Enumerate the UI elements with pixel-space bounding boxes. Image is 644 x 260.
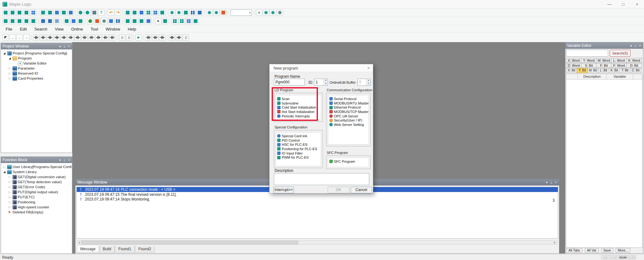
menu-search[interactable]: Search	[31, 26, 51, 32]
var-type-button[interactable]: M: Word	[596, 58, 612, 63]
toolbar-icon[interactable]	[220, 9, 226, 16]
more--button[interactable]: More...	[616, 248, 630, 253]
close-icon[interactable]: ×	[555, 181, 557, 184]
column-header-variable[interactable]: Variable	[607, 74, 633, 79]
toolbar-icon[interactable]: ?	[98, 9, 104, 16]
toolbar-icon[interactable]	[183, 9, 189, 16]
ld-program-item[interactable]: Periodic Interrupts	[277, 114, 320, 118]
chevron-down-icon[interactable]: ▾	[59, 45, 61, 48]
toolbar-icon[interactable]	[101, 18, 107, 24]
menu-online[interactable]: Online	[68, 26, 87, 32]
project-tree-item[interactable]: ×Variable Editor	[1, 61, 72, 66]
special-config-item[interactable]: Positioning for PLC-ES	[277, 147, 320, 151]
spin-up-icon[interactable]: ▲	[324, 79, 328, 82]
var-type-button[interactable]: D: Bit	[626, 63, 642, 68]
tree-expander-icon[interactable]: ▷	[8, 180, 12, 184]
toolbar-icon[interactable]: ▶	[136, 34, 142, 41]
tree-expander-icon[interactable]: ◢	[8, 57, 12, 60]
chevron-down-icon[interactable]: ▾	[630, 44, 632, 48]
all-var-button[interactable]: All Var	[585, 248, 599, 253]
function-block-tree-item[interactable]: ◢System Library	[1, 169, 72, 174]
toolbar-icon[interactable]	[16, 9, 23, 16]
tree-expander-icon[interactable]: ▷	[8, 67, 12, 70]
var-type-button[interactable]: L: Bit	[598, 68, 609, 73]
toolbar-icon[interactable]	[138, 18, 145, 24]
toolbar-icon[interactable]: ◤	[3, 34, 9, 41]
search-input[interactable]	[567, 51, 614, 55]
function-block-tree-item[interactable]: ▷GET(Error Code)	[1, 184, 72, 189]
toolbar-icon[interactable]	[54, 18, 60, 24]
ld-program-item[interactable]: Hot Start Initialization	[277, 110, 320, 114]
toolbar-icon[interactable]	[131, 9, 138, 16]
toolbar-combobox[interactable]: ▾	[230, 9, 252, 16]
tree-expander-icon[interactable]: ▷	[8, 195, 12, 199]
menu-tool[interactable]: Tool	[87, 26, 102, 32]
comm-config-item[interactable]: Security(User / IP)	[329, 118, 368, 122]
comm-config-item[interactable]: Ethernet Protocol	[329, 105, 368, 110]
toolbar-icon[interactable]	[40, 18, 46, 24]
function-block-tree-item[interactable]: ▷Positioning	[1, 200, 72, 205]
pin-icon[interactable]: ⊥	[63, 45, 66, 48]
toolbar-icon[interactable]	[213, 9, 219, 16]
toolbar-icon[interactable]	[176, 34, 182, 41]
toolbar-icon[interactable]	[162, 18, 168, 24]
function-block-tree-item[interactable]: ▷GET(Temp detection value)	[1, 179, 72, 184]
var-type-button[interactable]: Y: Word	[581, 58, 597, 63]
toolbar-icon[interactable]	[109, 34, 115, 41]
toolbar-icon[interactable]	[77, 18, 84, 24]
toolbar-icon[interactable]	[190, 9, 196, 16]
special-config-item[interactable]: PID Control	[277, 138, 320, 143]
var-type-button[interactable]: C: Bit	[630, 68, 641, 73]
tree-expander-icon[interactable]: ◢	[3, 170, 6, 173]
toolbar-icon[interactable]: →	[9, 34, 16, 41]
tree-expander-icon[interactable]: ▷	[8, 77, 12, 80]
comm-config-item[interactable]: Web Server Setting	[329, 122, 368, 127]
interrupt-button[interactable]: Interrupt>>	[273, 187, 294, 193]
pin-icon[interactable]: ⊥	[550, 181, 552, 184]
toolbar-icon[interactable]	[169, 34, 175, 41]
toolbar-icon[interactable]	[206, 9, 213, 16]
tab-found2[interactable]: Found2	[135, 246, 155, 252]
toolbar-icon[interactable]	[40, 9, 46, 16]
toolbar-icon[interactable]: ( )	[183, 34, 189, 41]
cancel-button[interactable]: Cancel	[351, 187, 372, 193]
toolbar-icon[interactable]	[145, 34, 152, 41]
toolbar-icon[interactable]	[84, 9, 91, 16]
horizontal-scrollbar[interactable]: ◄ ►	[77, 240, 557, 245]
toolbar-icon[interactable]	[108, 18, 114, 24]
toolbar-icon[interactable]: →	[23, 34, 30, 41]
spin-down-icon[interactable]: ▼	[324, 82, 328, 85]
var-type-button[interactable]: T: Bit	[619, 68, 630, 73]
special-config-item[interactable]: PWM for PLC-ES	[277, 155, 320, 160]
toolbar-icon[interactable]: ( )	[119, 34, 125, 41]
tree-expander-icon[interactable]: ▷	[8, 190, 12, 194]
comm-config-item[interactable]: Serial Protocol	[329, 97, 368, 101]
toolbar-icon[interactable]	[16, 18, 23, 24]
tree-expander-icon[interactable]: ▷	[8, 72, 12, 75]
function-block-tree-item[interactable]: ▷PUT(Digital output value)	[1, 189, 72, 195]
tab-build[interactable]: Build	[99, 246, 115, 252]
toolbar-icon[interactable]	[61, 34, 67, 41]
toolbar-icon[interactable]	[102, 34, 108, 41]
menu-file[interactable]: File	[2, 26, 16, 32]
tree-expander-icon[interactable]: ◢	[3, 52, 6, 55]
function-block-tree-item[interactable]: ▷User Library[Programs-Special Config]	[1, 164, 72, 169]
tree-expander-icon[interactable]: ▷	[8, 185, 12, 189]
var-type-button[interactable]: M: Bit	[587, 68, 598, 73]
var-type-button[interactable]: K: Word	[626, 58, 642, 63]
function-block-tree-item[interactable]: ▷High-speed counter	[1, 205, 72, 210]
menu-window[interactable]: Window	[102, 26, 124, 32]
close-icon[interactable]: ×	[639, 44, 641, 48]
tree-expander-icon[interactable]: ▷	[8, 175, 12, 178]
comm-config-item[interactable]: OPC UA Server	[329, 114, 368, 118]
pin-icon[interactable]: ⊥	[63, 158, 66, 162]
toolbar-icon[interactable]	[23, 9, 30, 16]
search-button[interactable]: Search(S)	[610, 50, 630, 57]
toolbar-icon[interactable]	[47, 34, 53, 41]
toolbar-icon[interactable]	[152, 9, 158, 16]
chevron-down-icon[interactable]: ▾	[546, 181, 547, 184]
toolbar-icon[interactable]	[179, 18, 185, 24]
special-config-item[interactable]: HSC for PLC-ES	[277, 142, 320, 147]
toolbar-icon[interactable]	[125, 18, 131, 24]
save-button[interactable]: Save	[601, 248, 613, 253]
